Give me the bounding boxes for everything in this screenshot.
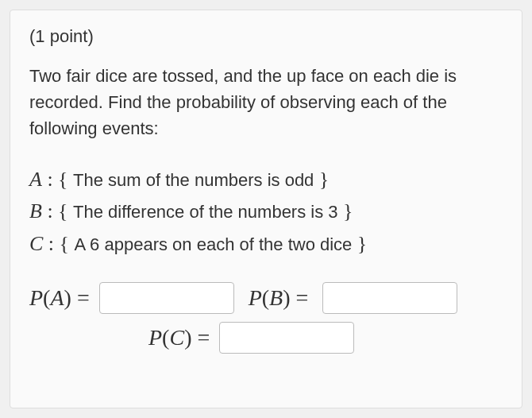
- event-b-desc: The difference of the numbers is 3: [73, 202, 337, 222]
- p-b-eq: =: [291, 285, 309, 310]
- p-c-p: P: [148, 325, 162, 350]
- answer-b-group: P(B) =: [249, 285, 309, 311]
- event-c-sep: : {: [43, 232, 74, 255]
- p-a-p: P: [29, 285, 43, 310]
- event-a-close: }: [314, 168, 329, 191]
- event-b: B : { The difference of the numbers is 3…: [29, 195, 503, 227]
- p-b-p: P: [249, 285, 262, 310]
- p-b-close: ): [283, 285, 290, 310]
- p-a-close: ): [64, 285, 71, 310]
- event-a: A : { The sum of the numbers is odd }: [29, 164, 503, 195]
- answer-c-input[interactable]: [219, 322, 354, 354]
- event-a-sep: : {: [42, 168, 73, 191]
- p-b-open: (: [262, 285, 269, 310]
- answer-c-label: P(C) =: [148, 325, 210, 350]
- event-a-desc: The sum of the numbers is odd: [73, 170, 314, 190]
- answer-a-input[interactable]: [99, 282, 234, 314]
- p-a-var: A: [50, 285, 64, 310]
- answer-a-label: P(A) =: [29, 285, 90, 311]
- points-label: (1 point): [29, 26, 503, 47]
- p-b-var: B: [269, 285, 283, 310]
- answer-a-group: P(A) =: [29, 282, 234, 314]
- event-c-var: C: [29, 232, 43, 255]
- event-b-sep: : {: [42, 199, 73, 223]
- problem-prompt: Two fair dice are tossed, and the up fac…: [29, 63, 503, 141]
- event-a-var: A: [29, 168, 42, 191]
- answer-b-input[interactable]: [322, 282, 457, 314]
- events-list: A : { The sum of the numbers is odd } B …: [29, 164, 503, 260]
- answer-b-label: P(B) =: [249, 285, 309, 311]
- event-b-close: }: [338, 199, 353, 223]
- problem-card: (1 point) Two fair dice are tossed, and …: [10, 10, 522, 408]
- p-c-var: C: [169, 325, 184, 350]
- p-c-eq: =: [191, 325, 210, 350]
- p-a-eq: =: [71, 285, 90, 310]
- event-b-var: B: [29, 199, 42, 223]
- answers-area: P(A) = P(B) = P(C) =: [29, 282, 503, 354]
- answer-b-input-group: [322, 282, 457, 314]
- event-c-close: }: [352, 232, 367, 255]
- event-c-desc: A 6 appears on each of the two dice: [75, 234, 353, 254]
- event-c: C : { A 6 appears on each of the two dic…: [29, 228, 503, 260]
- answer-c-group: P(C) =: [148, 322, 354, 354]
